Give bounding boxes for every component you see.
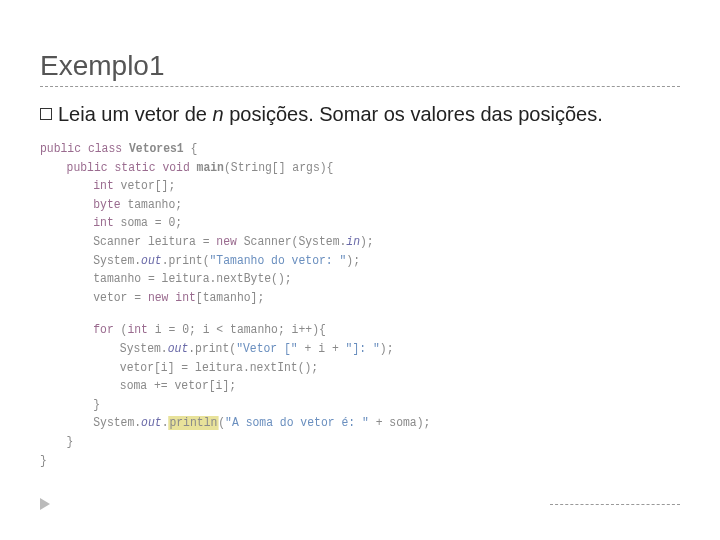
title-divider bbox=[40, 86, 680, 87]
code-line: tamanho = leitura.nextByte(); bbox=[40, 270, 648, 289]
code-line: } bbox=[40, 433, 648, 452]
code-line: } bbox=[40, 452, 648, 471]
code-line: System.out.print("Vetor [" + i + "]: "); bbox=[40, 340, 648, 359]
desc-text-1: Leia um vetor de bbox=[58, 103, 213, 125]
code-line: Scanner leitura = new Scanner(System.in)… bbox=[40, 233, 648, 252]
code-line: System.out.print("Tamanho do vetor: "); bbox=[40, 252, 648, 271]
bullet-icon bbox=[40, 108, 52, 120]
code-block: public class Vetores1 { public static vo… bbox=[40, 140, 648, 470]
code-line: public static void main(String[] args){ bbox=[40, 159, 648, 178]
code-line: int soma = 0; bbox=[40, 214, 648, 233]
code-line: public class Vetores1 { bbox=[40, 140, 648, 159]
code-line: System.out.println("A soma do vetor é: "… bbox=[40, 414, 648, 433]
footer-arrow-icon bbox=[40, 498, 50, 510]
desc-text-2: posições. Somar os valores das posições. bbox=[224, 103, 603, 125]
description: Leia um vetor de n posições. Somar os va… bbox=[40, 101, 680, 128]
desc-n: n bbox=[213, 103, 224, 125]
code-line: int vetor[]; bbox=[40, 177, 648, 196]
slide-title: Exemplo1 bbox=[40, 50, 680, 82]
code-line: vetor[i] = leitura.nextInt(); bbox=[40, 359, 648, 378]
code-line bbox=[40, 307, 648, 321]
code-line: vetor = new int[tamanho]; bbox=[40, 289, 648, 308]
code-line: for (int i = 0; i < tamanho; i++){ bbox=[40, 321, 648, 340]
code-line: } bbox=[40, 396, 648, 415]
footer-dash bbox=[550, 504, 680, 505]
code-line: soma += vetor[i]; bbox=[40, 377, 648, 396]
code-line: byte tamanho; bbox=[40, 196, 648, 215]
slide-footer bbox=[40, 498, 680, 510]
